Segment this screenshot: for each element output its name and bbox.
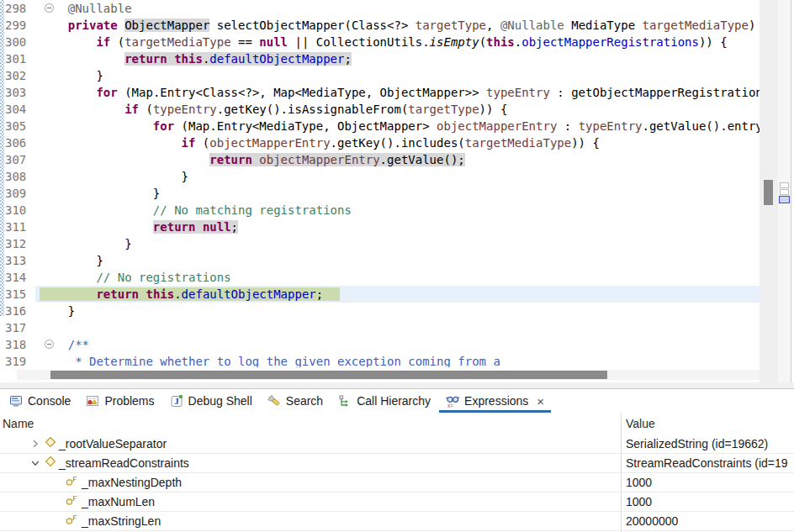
code-line[interactable]: } <box>35 303 760 319</box>
code-token: isEmpty <box>430 35 479 49</box>
code-line[interactable]: if (objectMapperEntry.getKey().includes(… <box>35 134 760 151</box>
code-token: } <box>40 170 188 183</box>
code-line[interactable] <box>35 319 760 336</box>
code-line-debug-current[interactable]: return this.defaultObjectMapper; <box>35 286 760 303</box>
line-number[interactable]: 304 <box>5 101 39 118</box>
fold-collapse-icon[interactable] <box>45 3 54 13</box>
debug-shell-icon: J <box>170 394 183 408</box>
line-number[interactable]: 307 <box>5 151 39 168</box>
code-line[interactable]: private ObjectMapper selectObjectMapper(… <box>35 17 760 34</box>
overview-ruler[interactable] <box>778 0 791 382</box>
horizontal-scrollbar-thumb[interactable] <box>50 371 607 379</box>
code-line[interactable]: } <box>35 168 760 185</box>
line-number[interactable]: 313 <box>5 252 39 269</box>
line-number-gutter[interactable]: 2982993003013023033043053063073083093103… <box>5 0 39 368</box>
code-line[interactable]: if (targetMediaType == null || Collectio… <box>35 34 760 50</box>
code-token: MediaType <box>564 18 643 32</box>
tab-call-hierarchy[interactable]: Call Hierarchy <box>331 389 438 413</box>
code-token: .getValue(); <box>380 153 465 166</box>
code-token: , <box>486 18 500 32</box>
code-line[interactable]: * Determine whether to log the given exc… <box>35 353 760 367</box>
expression-row-_maxStringLen[interactable]: F_maxStringLen20000000 <box>0 512 794 531</box>
code-token: ; <box>316 287 323 301</box>
code-token: // No matching registrations <box>153 203 352 217</box>
code-line[interactable]: } <box>35 185 760 202</box>
code-token: this <box>146 287 174 301</box>
panel-resize-sash[interactable] <box>0 382 794 388</box>
tab-debug-shell[interactable]: JDebug Shell <box>162 389 260 413</box>
svg-text:F: F <box>71 494 77 503</box>
line-number[interactable]: 305 <box>5 118 39 134</box>
code-line[interactable]: /** <box>35 336 760 353</box>
code-line[interactable]: for (Map.Entry<Class<?>, Map<MediaType, … <box>35 84 760 101</box>
code-line[interactable]: return this.defaultObjectMapper; <box>35 50 760 67</box>
line-number[interactable]: 299 <box>5 17 39 34</box>
line-number[interactable]: 303 <box>5 84 39 101</box>
line-number[interactable]: 316 <box>5 303 39 319</box>
code-area[interactable]: @Nullable private ObjectMapper selectObj… <box>35 0 760 367</box>
overview-marker[interactable] <box>780 189 789 195</box>
code-line[interactable]: // No registrations <box>35 269 760 286</box>
code-line[interactable]: } <box>35 235 760 252</box>
code-token: objectMapperRegistrations <box>521 35 699 49</box>
overview-marker-selected[interactable] <box>779 196 790 203</box>
code-line[interactable]: return null; <box>35 219 760 235</box>
code-line[interactable]: return objectMapperEntry.getValue(); <box>35 151 760 168</box>
variable-name: _maxNumLen <box>82 492 155 511</box>
code-token <box>40 119 153 133</box>
code-token: selectObjectMapper(Class<?> <box>209 18 415 32</box>
collapse-chevron-icon[interactable] <box>31 454 40 472</box>
expression-row-_maxNumLen[interactable]: F_maxNumLen1000 <box>0 492 794 512</box>
expressions-table-header: Name Value <box>0 413 794 435</box>
line-number[interactable]: 308 <box>5 168 39 185</box>
line-number[interactable]: 300 <box>5 34 39 50</box>
close-icon[interactable]: × <box>537 395 544 408</box>
line-number[interactable]: 298 <box>5 0 39 17</box>
code-token: if <box>182 136 196 150</box>
expression-row-_streamReadConstraints[interactable]: _streamReadConstraintsStreamReadConstrai… <box>0 454 794 473</box>
code-token: if <box>124 103 139 116</box>
line-number[interactable]: 302 <box>5 67 39 84</box>
line-number[interactable]: 315 <box>5 286 39 303</box>
line-number[interactable]: 306 <box>5 134 39 151</box>
tab-search[interactable]: Search <box>260 389 331 413</box>
vertical-scrollbar[interactable] <box>760 0 778 382</box>
line-number[interactable]: 314 <box>5 269 39 286</box>
tab-console[interactable]: Console <box>2 389 78 413</box>
vertical-scrollbar-thumb[interactable] <box>764 180 773 205</box>
code-line[interactable]: } <box>35 67 760 84</box>
code-line[interactable]: for (Map.Entry<MediaType, ObjectMapper> … <box>35 118 760 134</box>
code-token: ) { <box>749 18 760 32</box>
overview-marker[interactable] <box>780 182 789 188</box>
column-header-value: Value <box>626 413 655 435</box>
code-line[interactable]: } <box>35 252 760 269</box>
problems-icon <box>86 394 99 408</box>
code-editor[interactable]: 2982993003013023033043053063073083093103… <box>0 0 794 382</box>
line-number[interactable]: 309 <box>5 185 39 202</box>
code-token: targetMediaType <box>465 136 571 150</box>
code-token: ; <box>344 52 351 66</box>
line-number[interactable]: 312 <box>5 235 39 252</box>
expand-chevron-icon[interactable] <box>31 435 40 453</box>
tab-problems[interactable]: Problems <box>78 389 161 413</box>
line-number[interactable]: 310 <box>5 202 39 219</box>
line-number[interactable]: 301 <box>5 50 39 67</box>
field-protected-icon <box>45 454 56 472</box>
tab-label: Expressions <box>464 394 528 408</box>
code-line[interactable]: @Nullable <box>35 0 760 17</box>
line-number[interactable]: 318 <box>5 336 39 353</box>
code-token <box>40 86 96 99</box>
line-number[interactable]: 311 <box>5 219 39 235</box>
code-line[interactable]: // No matching registrations <box>35 202 760 219</box>
fold-collapse-icon[interactable] <box>45 340 54 349</box>
tab-expressions[interactable]: x=Expressions× <box>438 389 552 413</box>
bottom-view-panel: ConsoleProblemsJDebug ShellSearchCall Hi… <box>0 388 794 532</box>
variable-value: SerializedString (id=19662) <box>626 435 768 453</box>
horizontal-scrollbar[interactable] <box>17 370 774 380</box>
expression-row-_maxNestingDepth[interactable]: F_maxNestingDepth1000 <box>0 473 794 492</box>
expression-row-_rootValueSeparator[interactable]: _rootValueSeparatorSerializedString (id=… <box>0 435 794 454</box>
line-number[interactable]: 319 <box>5 353 39 368</box>
code-line[interactable]: if (typeEntry.getKey().isAssignableFrom(… <box>35 101 760 118</box>
line-number[interactable]: 317 <box>5 319 39 336</box>
tab-label: Search <box>286 394 323 408</box>
